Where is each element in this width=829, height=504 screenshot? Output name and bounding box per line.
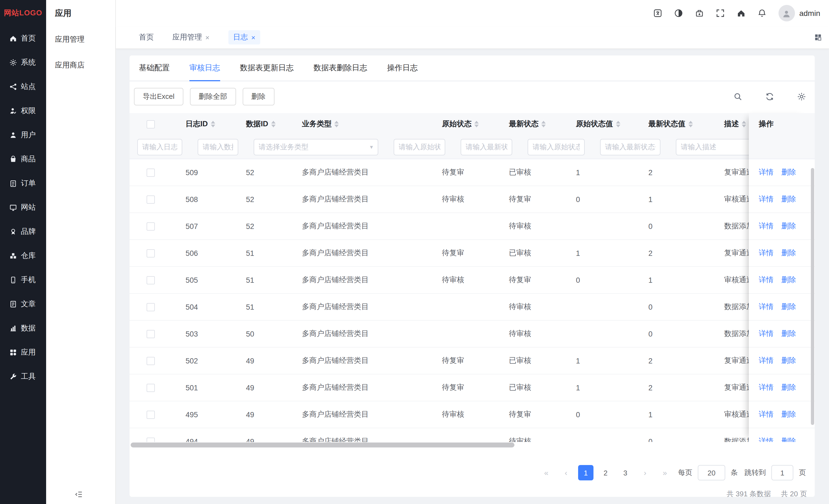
filter-log_id-input[interactable] [137, 139, 182, 155]
column-header-origv[interactable]: 原始状态值 [568, 119, 641, 129]
sidebar-item-home[interactable]: 首页 [0, 26, 46, 50]
first-page-button[interactable]: « [539, 465, 554, 480]
search-icon[interactable] [733, 92, 742, 101]
row-checkbox[interactable] [147, 384, 155, 392]
notification-icon[interactable] [758, 9, 766, 17]
vertical-scrollbar-thumb[interactable] [811, 168, 814, 425]
row-checkbox[interactable] [147, 357, 155, 365]
column-header-orig[interactable]: 原始状态 [434, 119, 501, 129]
detail-link[interactable]: 详情 [759, 302, 773, 312]
filter-orig-input[interactable] [394, 139, 445, 155]
delete-link[interactable]: 删除 [781, 248, 796, 258]
column-header-biz[interactable]: 业务类型 [294, 119, 434, 129]
row-checkbox[interactable] [147, 437, 155, 442]
refresh-icon[interactable] [765, 92, 774, 101]
detail-link[interactable]: 详情 [759, 409, 773, 420]
sidebar-item-mobile[interactable]: 手机 [0, 268, 46, 292]
delete-link[interactable]: 删除 [781, 302, 796, 312]
close-tab-icon[interactable]: × [251, 33, 255, 41]
column-header-log_id[interactable]: 日志ID [178, 119, 238, 129]
row-checkbox[interactable] [147, 303, 155, 311]
select-all-checkbox[interactable] [147, 120, 155, 128]
sidebar-item-order[interactable]: 订单 [0, 171, 46, 195]
sidebar-item-warehouse[interactable]: 仓库 [0, 244, 46, 268]
filter-latest-input[interactable] [461, 139, 512, 155]
row-checkbox[interactable] [147, 330, 155, 338]
sidebar-item-permission[interactable]: 权限 [0, 99, 46, 123]
horizontal-scrollbar-thumb[interactable] [131, 442, 514, 447]
sidebar-item-product[interactable]: 商品 [0, 147, 46, 171]
delete-link[interactable]: 删除 [781, 221, 796, 231]
detail-link[interactable]: 详情 [759, 275, 773, 285]
delete-link[interactable]: 删除 [781, 194, 796, 204]
detail-link[interactable]: 详情 [759, 168, 773, 177]
row-checkbox[interactable] [147, 222, 155, 230]
column-header-latestv[interactable]: 最新状态值 [641, 119, 716, 129]
tab-audit-log[interactable]: 审核日志 [189, 56, 220, 81]
delete-all-button[interactable]: 删除全部 [190, 88, 236, 105]
tab-table-update-log[interactable]: 数据表更新日志 [240, 56, 294, 81]
delete-button[interactable]: 删除 [243, 88, 275, 105]
sidebar-item-system[interactable]: 系统 [0, 50, 46, 75]
tab-operation-log[interactable]: 操作日志 [387, 56, 418, 81]
detail-link[interactable]: 详情 [759, 221, 773, 231]
column-header-latest[interactable]: 最新状态 [501, 119, 568, 129]
delete-link[interactable]: 删除 [781, 275, 796, 285]
detail-link[interactable]: 详情 [759, 248, 773, 258]
sidebar-item-app[interactable]: 应用 [0, 340, 46, 365]
sidebar-item-brand[interactable]: 品牌 [0, 220, 46, 244]
settings-icon[interactable] [797, 92, 806, 101]
delete-link[interactable]: 删除 [781, 409, 796, 420]
sidebar-item-data[interactable]: 数据 [0, 316, 46, 340]
row-checkbox[interactable] [147, 249, 155, 257]
user-menu[interactable]: admin [779, 5, 820, 22]
delete-link[interactable]: 删除 [781, 383, 796, 393]
open-tab-app-management[interactable]: 应用管理× [172, 32, 210, 42]
delete-link[interactable]: 删除 [781, 168, 796, 177]
row-checkbox[interactable] [147, 195, 155, 204]
tab-base-config[interactable]: 基础配置 [139, 56, 170, 81]
column-header-data_id[interactable]: 数据ID [238, 119, 294, 129]
submenu-item-app-management[interactable]: 应用管理 [46, 26, 115, 52]
close-tab-icon[interactable]: × [205, 33, 210, 41]
submenu-item-app-store[interactable]: 应用商店 [46, 52, 115, 78]
row-checkbox[interactable] [147, 168, 155, 177]
detail-link[interactable]: 详情 [759, 436, 773, 442]
filter-data_id-input[interactable] [197, 139, 238, 155]
detail-link[interactable]: 详情 [759, 329, 773, 339]
sidebar-item-site[interactable]: 站点 [0, 75, 46, 99]
page-button-2[interactable]: 2 [598, 465, 613, 480]
page-button-1[interactable]: 1 [578, 465, 593, 480]
home-icon[interactable] [737, 9, 746, 17]
detail-link[interactable]: 详情 [759, 356, 773, 366]
delete-link[interactable]: 删除 [781, 329, 796, 339]
avatar[interactable] [779, 5, 795, 22]
jump-page-input[interactable] [771, 465, 793, 480]
sidebar-item-user[interactable]: 用户 [0, 123, 46, 147]
detail-link[interactable]: 详情 [759, 383, 773, 393]
prev-page-button[interactable]: ‹ [558, 465, 574, 480]
delete-link[interactable]: 删除 [781, 436, 796, 442]
open-tab-home[interactable]: 首页 [139, 32, 154, 42]
collapse-sidebar-icon[interactable] [75, 490, 83, 499]
sidebar-item-website[interactable]: 网站 [0, 195, 46, 220]
export-excel-button[interactable]: 导出Excel [134, 88, 183, 105]
per-page-select[interactable]: 20 [698, 465, 725, 480]
next-page-button[interactable]: › [638, 465, 653, 480]
page-button-3[interactable]: 3 [618, 465, 633, 480]
tab-table-delete-log[interactable]: 数据表删除日志 [314, 56, 367, 81]
row-checkbox[interactable] [147, 410, 155, 419]
theme-icon[interactable] [674, 9, 683, 17]
open-tab-log[interactable]: 日志× [228, 30, 260, 44]
row-checkbox[interactable] [147, 276, 155, 284]
tabs-options-icon[interactable] [814, 34, 822, 41]
filter-latestv-input[interactable] [600, 139, 660, 155]
language-icon[interactable] [653, 9, 662, 17]
detail-link[interactable]: 详情 [759, 194, 773, 204]
fullscreen-icon[interactable] [716, 9, 725, 17]
filter-origv-input[interactable] [528, 139, 585, 155]
last-page-button[interactable]: » [657, 465, 673, 480]
filter-biz-input[interactable] [254, 139, 378, 155]
sidebar-item-article[interactable]: 文章 [0, 292, 46, 316]
sidebar-item-tool[interactable]: 工具 [0, 365, 46, 389]
